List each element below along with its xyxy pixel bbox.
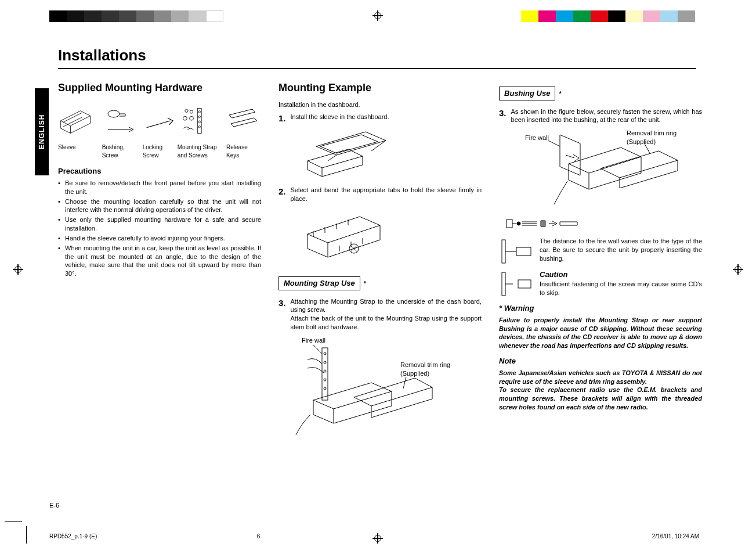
mounting-example-heading: Mounting Example <box>278 81 482 95</box>
precaution-item: Handle the sleeve carefully to avoid inj… <box>58 234 261 243</box>
trim-ring-label: Removal trim ring(Supplied) <box>627 129 677 146</box>
bushing-screw-icon <box>102 100 137 141</box>
screw-assembly-icon <box>505 215 592 232</box>
caution-heading: Caution <box>540 269 702 280</box>
caution-block: Caution Insufficient fastening of the sc… <box>540 269 702 297</box>
step-2: 2. Select and bend the appropriate tabs … <box>278 186 482 203</box>
step-1: 1. Install the sleeve in the dashboard. <box>278 113 482 124</box>
warning-text: Failure to properly install the Mounting… <box>499 316 702 350</box>
precaution-item: Be sure to remove/detach the front panel… <box>58 179 261 196</box>
figure-screw-assembly <box>505 215 702 232</box>
hardware-grid: Sleeve Bushing, Screw <box>58 100 261 159</box>
svg-rect-11 <box>322 348 328 400</box>
figure-step1 <box>296 129 482 181</box>
print-grayscale-bar <box>49 10 223 22</box>
bracket-gap-icon <box>499 269 534 298</box>
mounting-strap-icon <box>178 100 212 141</box>
distance-text: The distance to the fire wall varies due… <box>540 237 702 263</box>
firewall-label: Fire wall <box>302 336 325 345</box>
caution-row: Caution Insufficient fastening of the sc… <box>499 269 702 298</box>
release-keys-icon <box>226 100 261 141</box>
precaution-item: Use only the supplied mounting hardware … <box>58 215 261 233</box>
hw-label: Release Keys <box>226 143 261 159</box>
distance-note: The distance to the fire wall varies due… <box>499 237 702 266</box>
svg-point-16 <box>324 387 326 390</box>
registration-mark-left-icon <box>13 264 23 275</box>
svg-point-6 <box>185 110 187 113</box>
firewall-label: Fire wall <box>525 134 549 142</box>
svg-point-13 <box>324 361 326 364</box>
step-3: 3. Attaching the Mounting Strap to the u… <box>278 297 482 332</box>
hw-release-keys: Release Keys <box>226 100 261 159</box>
caution-text: Insufficient fastening of the screw may … <box>540 280 702 297</box>
page-title: Installations <box>58 46 696 69</box>
language-tab: ENGLISH <box>35 88 49 175</box>
step-text: Select and bend the appropriate tabs to … <box>291 186 482 203</box>
svg-point-15 <box>324 379 326 381</box>
trim-ring-label: Removal trim ring(Supplied) <box>400 361 450 378</box>
svg-point-12 <box>324 352 326 355</box>
note-heading: Note <box>499 356 702 366</box>
svg-rect-20 <box>516 247 531 256</box>
step-number: 3. <box>278 297 286 309</box>
step-number: 1. <box>278 113 286 124</box>
asterisk: * <box>364 280 366 287</box>
bracket-correct-icon <box>499 237 534 266</box>
box-label: Bushing Use <box>499 87 555 100</box>
note-text: Some Japanese/Asian vehicles such as TOY… <box>499 369 702 412</box>
precautions-heading: Precautions <box>58 166 261 177</box>
svg-point-7 <box>190 110 193 113</box>
step-3-bushing: 3. As shown in the figure below, securel… <box>499 107 702 125</box>
step-number: 2. <box>278 186 286 197</box>
svg-point-4 <box>198 121 200 123</box>
strap-mounting-icon <box>290 336 464 441</box>
hw-mounting-strap: Mounting Strap and Screws <box>178 100 220 159</box>
registration-mark-top-icon <box>372 10 383 21</box>
hw-label: Locking Screw <box>143 143 172 159</box>
svg-rect-17 <box>507 220 512 228</box>
sleeve-icon <box>58 100 93 141</box>
step-text: Attaching the Mounting Strap to the unde… <box>291 297 482 332</box>
hw-label: Bushing, Screw <box>102 143 137 159</box>
svg-point-14 <box>324 370 326 372</box>
mounting-strap-box: Mounting Strap Use* <box>278 271 482 294</box>
svg-point-0 <box>108 110 120 117</box>
box-label: Mounting Strap Use <box>278 276 360 290</box>
sleeve-dashboard-icon <box>296 129 400 181</box>
svg-point-9 <box>189 117 193 121</box>
footer-page: 6 <box>257 533 261 539</box>
hw-locking-screw: Locking Screw <box>143 100 172 159</box>
footer-filename: RPD552_p.1-9 (E) <box>49 533 97 539</box>
hw-sleeve: Sleeve <box>58 100 96 159</box>
precaution-list: Be sure to remove/detach the front panel… <box>58 179 261 278</box>
svg-point-3 <box>198 116 200 118</box>
figure-step2 <box>296 208 482 266</box>
figure-bushing: Fire wall Removal trim ring(Supplied) <box>505 129 702 210</box>
bushing-use-box: Bushing Use* <box>499 81 702 104</box>
step-text: Install the sleeve in the dashboard. <box>291 113 482 121</box>
svg-rect-22 <box>518 280 531 288</box>
step-number: 3. <box>499 107 507 119</box>
svg-rect-21 <box>502 272 505 296</box>
step-text: As shown in the figure below, securely f… <box>511 107 702 125</box>
precaution-item: When mounting the unit in a car, keep th… <box>58 244 261 278</box>
warning-heading: * Warning <box>499 303 702 314</box>
precaution-item: Choose the mounting location carefully s… <box>58 197 261 215</box>
svg-point-18 <box>517 222 520 225</box>
print-color-bar <box>521 10 695 22</box>
print-footer: RPD552_p.1-9 (E) 6 2/16/01, 10:24 AM <box>49 533 699 539</box>
locking-screw-icon <box>143 100 178 141</box>
hw-label: Mounting Strap and Screws <box>178 143 220 159</box>
hw-bushing-screw: Bushing, Screw <box>102 100 137 159</box>
svg-point-2 <box>198 111 200 113</box>
svg-rect-19 <box>502 240 505 263</box>
column-2: Mounting Example Installation in the das… <box>278 81 482 445</box>
page-content: Installations ENGLISH Supplied Mounting … <box>35 46 719 445</box>
column-3: Bushing Use* 3. As shown in the figure b… <box>499 81 702 445</box>
figure-step3-strap: Fire wall Removal trim ring(Supplied) <box>290 336 482 441</box>
asterisk: * <box>559 90 561 97</box>
page-number: E-6 <box>49 502 59 509</box>
column-1: Supplied Mounting Hardware Sleeve <box>58 81 261 445</box>
supplied-hardware-heading: Supplied Mounting Hardware <box>58 81 261 95</box>
svg-point-5 <box>198 126 200 128</box>
